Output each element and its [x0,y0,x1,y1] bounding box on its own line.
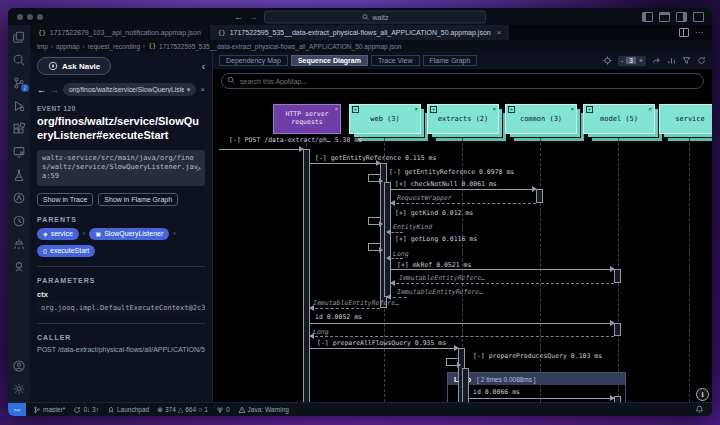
stats-icon[interactable] [667,56,676,65]
return-label[interactable]: EntityKind [393,223,432,231]
testing-icon[interactable] [12,168,26,182]
open-external-icon[interactable]: ↗ [196,164,201,175]
split-editor-icon[interactable] [679,28,689,37]
appmap-search-input[interactable] [221,73,704,89]
return-label[interactable]: Long [313,328,329,336]
zoom-out-icon[interactable]: - [621,57,623,64]
collapse-panel-icon[interactable]: ‹ [202,61,205,72]
show-in-flame-graph-button[interactable]: Show in Flame Graph [98,193,178,206]
event-forward-icon[interactable]: → [50,85,59,95]
tab-api-notification[interactable]: {} 1717522879_103__api_notification.appm… [30,25,210,40]
close-icon[interactable]: × [334,105,338,112]
parent-badge-function[interactable]: {}executeStart [37,245,95,257]
message-label[interactable]: [-] getEntityReference 0.0978 ms [389,168,514,176]
actor-extracts[interactable]: + extracts (2) × [427,104,499,134]
remote-explorer-icon[interactable] [12,145,26,159]
git-sync-item[interactable]: 0↓ 3↑ [73,406,99,414]
expand-icon[interactable]: + [586,106,593,113]
search-icon[interactable] [12,53,26,67]
extensions-icon[interactable] [12,122,26,136]
message-label[interactable]: [-] prepareAllFlowsQuery 0.935 ms [317,339,446,347]
ports-item[interactable]: 0 [216,406,230,414]
message-label[interactable]: id 0.0052 ms [315,313,362,321]
parent-badge-service[interactable]: ◈service [37,228,79,240]
more-actions-icon[interactable]: ⋯ [695,28,704,37]
tab-dependency-map[interactable]: Dependency Map [219,55,288,66]
history-view-icon[interactable] [12,214,26,228]
run-debug-icon[interactable] [12,99,26,113]
tab-flame-graph[interactable]: Flame Graph [423,55,478,66]
appmap-search-row [213,70,712,92]
message-label[interactable]: [+] getLong 0.0116 ms [395,235,477,243]
ask-navie-button[interactable]: Ask Navie [37,57,111,75]
docker-view-icon[interactable] [12,237,26,251]
tab-data-extract[interactable]: {} 1717522595_535__data-extract_physical… [210,25,510,40]
actor-common[interactable]: + common (3) × [505,104,577,134]
message-label[interactable]: [-] prepareProducesQuery 0.103 ms [473,352,602,360]
source-location[interactable]: waltz-service/src/main/java/org/finos/wa… [37,150,205,186]
settings-gear-icon[interactable] [12,382,26,396]
history-forward-icon[interactable]: → [249,12,258,21]
actor-web[interactable]: + web (3) × [349,104,421,134]
close-icon[interactable]: × [648,105,652,112]
history-back-icon[interactable]: ← [234,12,243,21]
remote-indicator[interactable]: >< [8,403,26,416]
zoom-in-icon[interactable]: + [639,57,643,64]
launchpad-item[interactable]: Launchpad [107,406,149,414]
info-button[interactable]: i [696,388,709,401]
return-label[interactable]: Long [393,250,409,258]
message-label[interactable]: id 0.0066 ms [473,388,520,396]
expand-icon[interactable]: + [508,106,515,113]
java-status-item[interactable]: Java: Warning [238,406,289,414]
customize-layout-icon[interactable] [693,12,704,22]
event-selector-dropdown[interactable]: org/finos/waltz/service/SlowQueryListene… [63,83,196,96]
maximize-window-icon[interactable] [37,14,43,20]
breadcrumb-item[interactable]: tmp [37,43,53,50]
filter-icon[interactable] [682,56,691,65]
git-branch-item[interactable]: master* [33,406,65,414]
expand-icon[interactable]: + [430,106,437,113]
actor-model[interactable]: + model (5) × [583,104,655,134]
explorer-icon[interactable] [12,30,26,44]
toggle-secondary-sidebar-icon[interactable] [676,12,687,22]
tab-sequence-diagram[interactable]: Sequence Diagram [291,55,368,66]
return-label[interactable]: ImmutableEntityRefere… [313,299,399,307]
show-in-trace-button[interactable]: Show in Trace [37,193,93,206]
caller-link[interactable]: POST /data-extract/physical-flows/all/AP… [37,346,205,353]
breadcrumb-file[interactable]: 1717522595_535__data-extract_physical-fl… [159,43,401,50]
breadcrumb-item[interactable]: request_recording [88,43,146,50]
actor-http-server-requests[interactable]: HTTP server requests × [273,104,341,134]
close-window-icon[interactable] [17,14,23,20]
message-label[interactable]: [+] getKind 0.012 ms [395,209,473,217]
minimize-window-icon[interactable] [27,14,33,20]
toggle-sidebar-icon[interactable] [642,12,653,22]
close-icon[interactable]: × [414,105,418,112]
problems-item[interactable]: ⊗374 △664 ○1 [157,406,208,414]
parent-badge-class[interactable]: ▣SlowQueryListener [89,228,169,240]
tab-trace-view[interactable]: Trace View [371,55,420,66]
command-center-search[interactable]: waltz [264,10,486,23]
actor-service[interactable]: service [659,104,712,134]
return-label[interactable]: ImmutableEntityRefere… [399,274,485,282]
return-label[interactable]: ImmutableEntityRefere… [397,288,483,296]
message-label[interactable]: [+] mkRef 0.0521 ms [397,261,471,269]
expand-icon[interactable]: + [352,106,359,113]
message-label[interactable]: [-] POST /data-extract/ph… 5.38 ms [229,136,362,144]
source-control-icon[interactable]: 2 [12,76,26,90]
export-icon[interactable] [652,56,661,65]
message-label[interactable]: [+] checkNotNull 0.0061 ms [395,180,497,188]
event-back-icon[interactable]: ← [37,85,46,95]
close-icon[interactable]: × [570,105,574,112]
clear-selection-icon[interactable]: × [200,85,205,94]
appmap-icon[interactable] [12,191,26,205]
close-tab-icon[interactable]: × [497,28,502,37]
center-view-icon[interactable] [603,56,612,65]
return-label[interactable]: RequestWrapper [397,194,452,202]
toggle-panel-icon[interactable] [659,12,670,22]
jenkins-view-icon[interactable] [12,260,26,274]
refresh-icon[interactable] [697,56,706,65]
account-icon[interactable] [12,359,26,373]
breadcrumb-item[interactable]: appmap [56,43,85,50]
close-icon[interactable]: × [492,105,496,112]
notifications-bell-icon[interactable] [695,405,704,414]
